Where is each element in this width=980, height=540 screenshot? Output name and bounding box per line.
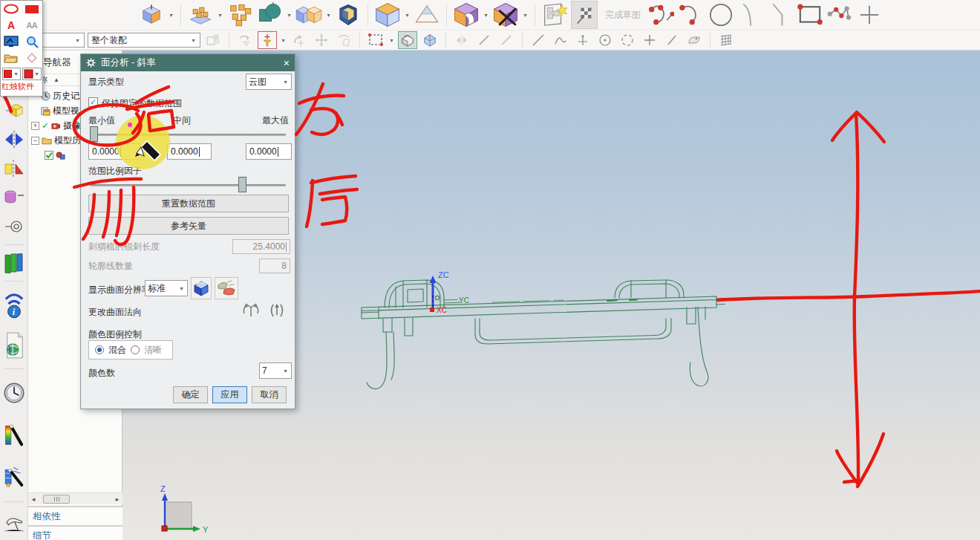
circle-icon[interactable]	[708, 1, 734, 29]
history-clock-icon[interactable]	[3, 376, 25, 410]
grid-icon[interactable]	[716, 31, 736, 49]
keep-fixed-range-checkbox[interactable]: ✓	[88, 97, 98, 107]
sketch-axis-point-icon[interactable]	[573, 31, 592, 49]
caret-down-icon[interactable]: ▾	[286, 12, 293, 19]
wedge-pair-icon[interactable]	[3, 157, 25, 180]
sketch-line-icon[interactable]	[529, 31, 548, 49]
section-dependencies[interactable]: 相依性	[28, 506, 122, 525]
sketch-point-icon[interactable]	[640, 31, 659, 49]
collapse-icon[interactable]: −	[31, 137, 39, 145]
polyline-icon[interactable]	[826, 1, 853, 29]
draw-rectangle-icon[interactable]	[22, 1, 42, 17]
shaded-view-icon[interactable]	[398, 31, 417, 49]
draw-text-icon[interactable]: A	[1, 17, 22, 33]
navigator-hscrollbar[interactable]: ◂ ▸	[28, 492, 122, 504]
move-cross-icon[interactable]	[312, 31, 331, 49]
caret-down-icon[interactable]: ▾	[483, 12, 489, 19]
section-details[interactable]: 细节	[28, 525, 122, 540]
cancel-button[interactable]: 取消	[252, 386, 287, 403]
unite-boolean-icon[interactable]	[256, 1, 283, 29]
reference-vector-button[interactable]: 参考矢量	[88, 217, 289, 235]
info-wireless-icon[interactable]: i	[3, 288, 25, 322]
ink-color-combo[interactable]: ▾	[2, 68, 21, 80]
apply-button[interactable]: 应用	[212, 386, 247, 403]
selection-filter-combo[interactable]: ▾	[42, 33, 85, 48]
pattern-feature-icon[interactable]	[187, 1, 214, 29]
blend-radio[interactable]	[95, 345, 104, 354]
point-plus-icon[interactable]	[856, 1, 883, 29]
screen-capture-icon[interactable]	[1, 33, 22, 50]
mid-value-field[interactable]: 0.0000	[167, 143, 212, 160]
expand-icon[interactable]: +	[31, 122, 39, 130]
circle-center-icon[interactable]	[595, 31, 615, 49]
slash-line2-icon[interactable]	[497, 31, 516, 49]
color-wand-icon[interactable]	[3, 417, 25, 452]
sketch-slash-icon[interactable]	[662, 31, 682, 49]
redo-arrow-icon[interactable]	[290, 31, 309, 49]
boolean-cubes-icon[interactable]	[295, 1, 322, 29]
face-analysis-slope-dialog[interactable]: 面分析 - 斜率 × 显示类型 云图▾ ✓ 保持固定的数据范围 最小值 中间 最…	[80, 53, 295, 409]
shell-icon[interactable]	[335, 1, 362, 29]
scroll-left-icon[interactable]: ◂	[28, 494, 39, 504]
snap-filter-icon[interactable]	[258, 31, 277, 49]
max-value-field[interactable]: 0.0000	[246, 143, 292, 160]
arc-icon[interactable]	[678, 1, 705, 29]
cylinder-sketch-icon[interactable]	[3, 186, 25, 209]
library-books-icon[interactable]	[3, 252, 25, 274]
slash-line-icon[interactable]	[474, 31, 494, 49]
caret-down-icon[interactable]: ▾	[217, 12, 223, 19]
chamfer-corner-icon[interactable]	[767, 1, 794, 29]
caret-down-icon[interactable]: ▾	[522, 12, 529, 19]
scatter-pattern-icon[interactable]	[226, 1, 253, 29]
rectangle-icon[interactable]	[797, 1, 823, 29]
caret-down-icon[interactable]: ▾	[280, 37, 287, 44]
caret-down-icon[interactable]: ▾	[388, 37, 395, 44]
diamond-shape-icon[interactable]	[22, 50, 42, 66]
finish-sketch-flag-icon[interactable]	[571, 1, 598, 29]
rectangle-select-icon[interactable]	[366, 31, 385, 49]
range-slider-handle[interactable]	[90, 126, 98, 142]
open-folder-icon[interactable]	[1, 50, 22, 66]
datum-cube-icon[interactable]	[3, 100, 25, 122]
face-analysis-faces-icon[interactable]	[215, 277, 238, 299]
scale-slider-track[interactable]	[90, 184, 286, 186]
shaded-analysis-icon[interactable]	[191, 277, 212, 299]
close-icon[interactable]: ×	[284, 57, 290, 69]
expand-triangles-icon[interactable]	[452, 31, 471, 49]
layout-window-icon[interactable]	[541, 1, 568, 29]
sharp-radio[interactable]	[131, 345, 140, 354]
magnifier-icon[interactable]	[22, 33, 42, 50]
caret-down-icon[interactable]: ▾	[325, 12, 332, 19]
text-size-icon[interactable]: AA	[22, 17, 42, 33]
fill-color-combo[interactable]: ▾	[22, 68, 42, 80]
draw-ellipse-icon[interactable]	[1, 1, 22, 17]
extrude-icon[interactable]	[138, 1, 165, 29]
rotate-pose-icon[interactable]	[334, 31, 353, 49]
sketch-hammer-icon[interactable]	[3, 509, 25, 539]
checked-checkbox-icon[interactable]	[45, 151, 53, 160]
sketch-curve-icon[interactable]	[551, 31, 570, 49]
circle-dashed-icon[interactable]	[618, 31, 637, 49]
surface-patch-icon[interactable]	[685, 31, 704, 49]
edit-object-wand-icon[interactable]	[3, 459, 25, 495]
delete-face-icon[interactable]	[492, 1, 519, 29]
extract-face-icon[interactable]	[453, 1, 480, 29]
studio-spline-icon[interactable]	[648, 1, 675, 29]
display-type-dropdown[interactable]: 云图▾	[246, 74, 292, 90]
flip-normal-icon[interactable]	[265, 300, 289, 321]
dialog-titlebar[interactable]: 面分析 - 斜率 ×	[81, 54, 295, 71]
wireframe-view-icon[interactable]	[420, 31, 440, 49]
scrollbar-track[interactable]	[39, 495, 112, 504]
swap-arrows-icon[interactable]	[235, 31, 255, 49]
ok-button[interactable]: 确定	[173, 386, 208, 403]
sort-asc-icon[interactable]: ▲	[53, 77, 59, 83]
caret-down-icon[interactable]: ▾	[168, 12, 174, 19]
web-page-icon[interactable]	[3, 329, 25, 362]
scrollbar-thumb[interactable]	[43, 495, 70, 504]
scale-slider-handle[interactable]	[238, 177, 246, 192]
check-icon[interactable]: ✓	[42, 120, 49, 131]
datum-target-icon[interactable]	[3, 215, 25, 238]
caret-down-icon[interactable]: ▾	[404, 12, 411, 19]
mirror-feature-icon[interactable]	[3, 129, 25, 151]
selection-scope-combo[interactable]: 整个装配▾	[88, 33, 200, 48]
